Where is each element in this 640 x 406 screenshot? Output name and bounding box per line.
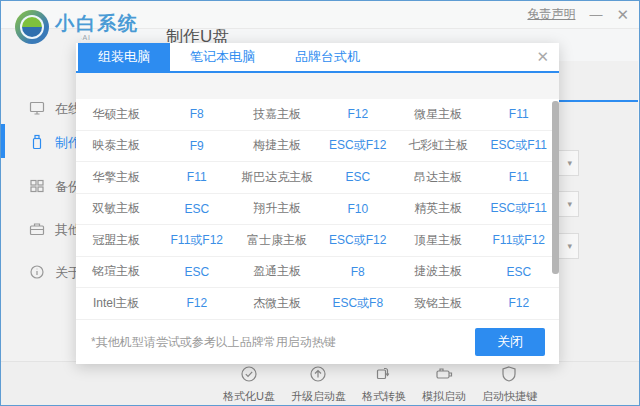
tool-label: 模拟启动 [422,389,466,404]
brand-cell: 双敏主板 [76,200,157,217]
sidebar: 在线 制作 备份 其他 [1,29,81,361]
sidebar-item-backup-restore[interactable]: 备份 [1,174,81,200]
key-cell: ESC或F12 [318,137,399,154]
boot-hotkey-dialog: 组装电脑 笔记本电脑 品牌台式机 ✕ 华硕主板 F8 技嘉主板 F12 微星主板… [76,43,559,364]
chevron-down-icon: ▾ [567,158,572,168]
app-logo-icon [15,10,49,44]
brand-cell: 盈通主板 [237,263,318,280]
key-cell: ESC或F11 [479,137,560,154]
scrollbar-thumb[interactable] [552,101,559,274]
key-cell: F11 [479,107,560,121]
dialog-tabbar: 组装电脑 笔记本电脑 品牌台式机 ✕ [76,43,559,73]
brand-cell: 顶星主板 [398,232,479,249]
table-row: 华擎主板 F11 斯巴达克主板 ESC 昂达主板 F11 [76,162,559,194]
tool-format-usb[interactable]: 格式化U盘 [223,365,275,404]
table-header-row [76,73,559,99]
briefcase-icon [29,221,45,240]
window-close-button[interactable]: ✕ [616,7,629,22]
close-button[interactable]: 关闭 [475,328,545,356]
key-cell: F11 [157,170,238,184]
brand-cell: 富士康主板 [237,232,318,249]
sidebar-item-make-usb[interactable]: 制作 [1,130,81,156]
hotkey-table: 华硕主板 F8 技嘉主板 F12 微星主板 F11 映泰主板 F9 梅捷主板 E… [76,99,559,320]
key-cell: ESC或F12 [318,232,399,249]
brand-cell: 翔升主板 [237,200,318,217]
format-check-icon [240,365,258,387]
key-cell: ESC或F8 [318,295,399,312]
info-icon [29,264,45,283]
brand-cell: 梅捷主板 [237,137,318,154]
brand-cell: 斯巴达克主板 [237,169,318,186]
key-cell: F9 [157,139,238,153]
brand-cell: 华硕主板 [76,106,157,123]
key-cell: ESC [157,202,238,216]
minimize-button[interactable]: — [589,8,602,21]
tab-laptop[interactable]: 笔记本电脑 [170,43,275,71]
tool-simulate-boot[interactable]: 模拟启动 [422,365,466,404]
brand-cell: 昂达主板 [398,169,479,186]
brand-cell: 致铭主板 [398,295,479,312]
brand-cell: 技嘉主板 [237,106,318,123]
brand-cell: Intel主板 [76,295,157,312]
sidebar-item-other[interactable]: 其他 [1,217,81,243]
key-cell: ESC [157,265,238,279]
sidebar-item-about[interactable]: 关于 [1,260,81,286]
key-cell: ESC或F11 [479,200,560,217]
brand-name: 小白系统 [55,11,139,37]
grid-icon [29,178,45,197]
key-cell: F12 [479,296,560,310]
brand-cell: 华擎主板 [76,169,157,186]
shield-icon [500,365,518,387]
dialog-footer: *其他机型请尝试或参考以上品牌常用启动热键 关闭 [76,320,559,364]
key-cell: F11或F12 [157,232,238,249]
key-cell: F11 [479,170,560,184]
brand-cell: 铭瑄主板 [76,263,157,280]
tab-brand-desktop[interactable]: 品牌台式机 [275,43,380,71]
brand-cell: 杰微主板 [237,295,318,312]
tab-assembled-pc[interactable]: 组装电脑 [78,43,170,71]
monitor-icon [29,100,45,119]
table-row: 铭瑄主板 ESC 盈通主板 F8 捷波主板 ESC [76,257,559,289]
tool-label: 启动快捷键 [482,389,537,404]
key-cell: F10 [318,202,399,216]
brand-cell: 微星主板 [398,106,479,123]
tool-label: 升级启动盘 [291,389,346,404]
app-window: 免责声明 — ✕ 小白系统 XIAOBAI 制作U盘 在线 制作 [0,0,640,406]
brand-cell: 映泰主板 [76,137,157,154]
usb-icon [29,134,45,153]
table-row: 华硕主板 F8 技嘉主板 F12 微星主板 F11 [76,99,559,131]
bottom-toolbar: 格式化U盘 升级启动盘 格式转换 [1,361,639,405]
brand-cell: 精英主板 [398,200,479,217]
tool-boot-hotkeys[interactable]: 启动快捷键 [482,365,537,404]
footer-note: *其他机型请尝试或参考以上品牌常用启动热键 [91,334,336,351]
tool-label: 格式转换 [362,389,406,404]
upgrade-arrow-icon [309,365,327,387]
table-row: 双敏主板 ESC 翔升主板 F10 精英主板 ESC或F11 [76,194,559,226]
key-cell: ESC [318,170,399,184]
brand-cell: 冠盟主板 [76,232,157,249]
key-cell: F12 [157,296,238,310]
tool-format-convert[interactable]: 格式转换 [362,365,406,404]
key-cell: F8 [318,265,399,279]
chevron-down-icon: ▾ [567,241,572,251]
convert-icon [375,365,393,387]
tool-upgrade-boot-disk[interactable]: 升级启动盘 [291,365,346,404]
simulate-boot-icon [435,365,453,387]
brand-cell: 捷波主板 [398,263,479,280]
dialog-close-icon[interactable]: ✕ [536,48,549,66]
table-row: 冠盟主板 F11或F12 富士康主板 ESC或F12 顶星主板 F11或F12 [76,225,559,257]
sidebar-item-online-reinstall[interactable]: 在线 [1,96,81,122]
table-row: 映泰主板 F9 梅捷主板 ESC或F12 七彩虹主板 ESC或F11 [76,131,559,163]
brand-cell: 七彩虹主板 [398,137,479,154]
tool-label: 格式化U盘 [223,389,275,404]
table-row: Intel主板 F12 杰微主板 ESC或F8 致铭主板 F12 [76,288,559,320]
key-cell: F11或F12 [479,232,560,249]
chevron-down-icon: ▾ [567,199,572,209]
disclaimer-link[interactable]: 免责声明 [527,6,575,23]
key-cell: ESC [479,265,560,279]
key-cell: F8 [157,107,238,121]
key-cell: F12 [318,107,399,121]
